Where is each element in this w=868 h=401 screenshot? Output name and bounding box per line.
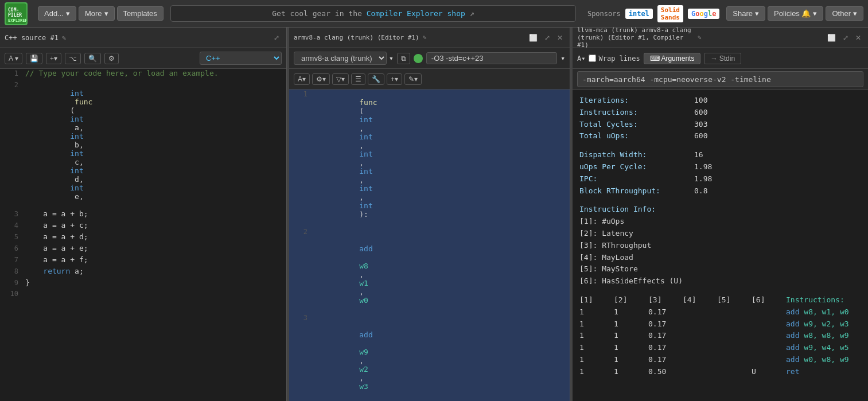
asm-font-btn[interactable]: A▾	[294, 73, 310, 85]
solidands-sponsor-logo: SolidSands	[657, 5, 683, 22]
intel-sponsor-logo: intel	[625, 9, 653, 19]
mca-pane-icons: ⬜ ⤢ ✕	[825, 33, 863, 43]
other-button[interactable]: Other ▾	[826, 6, 863, 21]
edit-title-icon[interactable]: ✎	[62, 34, 66, 42]
arguments-tab-label: Arguments	[661, 54, 694, 63]
language-select[interactable]: C++ C Rust	[200, 52, 282, 65]
editor-maximize-button[interactable]: ⤢	[271, 33, 282, 43]
promo-link[interactable]: Compiler Explorer shop	[367, 9, 465, 18]
editor-toolbar: A ▾ 💾 +▾ ⌥ 🔍 ⚙ C++ C Rust	[0, 48, 286, 69]
editor-format-btn[interactable]: ⌥	[65, 53, 81, 64]
asm-toolbar: A▾ ⚙▾ ▽▾ ☰ 🔧 +▾ ✎▾	[289, 69, 570, 89]
asm-add-btn[interactable]: +▾	[387, 73, 402, 85]
stat-dispatch-width: Dispatch Width: 16	[579, 149, 861, 161]
asm-line-1: 1 func ( int , int , int , int , int , i…	[289, 89, 570, 227]
logo-icon: COM- PILER EXPLORER	[5, 2, 28, 25]
more-button[interactable]: More ▾	[79, 6, 115, 21]
editor-search-btn[interactable]: 🔍	[84, 53, 101, 64]
share-button[interactable]: Share ▾	[726, 6, 765, 21]
policies-chevron-icon: ▾	[813, 9, 817, 18]
compiler-pane-icons: ⬜ ⤢ ✕	[527, 33, 565, 43]
policies-button-label: Policies 🔔	[774, 9, 811, 18]
templates-button[interactable]: Templates	[117, 6, 164, 21]
stat-uops-per-cycle: uOps Per Cycle: 1.98	[579, 161, 861, 173]
compiler-select[interactable]: armv8-a clang (trunk)	[294, 52, 387, 65]
editor-font-btn[interactable]: A ▾	[5, 53, 22, 64]
compiler-new-window-btn[interactable]: ⬜	[527, 33, 540, 43]
stat-total-cycles: Total Cycles: 303	[579, 119, 861, 131]
mca-font-label: A▾	[577, 54, 585, 63]
options-chevron-icon: ▾	[560, 54, 565, 63]
table-row-4: 1 1 0.17 add w9, w4, w5	[579, 342, 861, 354]
external-link-icon: ⧉	[401, 54, 406, 63]
logo-area: COM- PILER EXPLORER	[5, 2, 31, 25]
svg-text:EXPLORER: EXPLORER	[8, 18, 26, 23]
compiler-options-input[interactable]	[426, 52, 557, 64]
wrap-lines-wrap: Wrap lines	[589, 54, 640, 63]
asm-filter-btn[interactable]: ▽▾	[332, 73, 349, 85]
stat-spacer-2	[579, 197, 861, 204]
add-icon: +▾	[50, 54, 57, 63]
code-line-7: 7 a = a + f;	[0, 255, 286, 267]
mca-args-wrap	[573, 69, 868, 90]
asm-line-2: 2 add w8 , w1 , w0	[289, 227, 570, 313]
compiler-close-btn[interactable]: ✕	[555, 33, 565, 43]
edit-mca-icon[interactable]: ✎	[698, 34, 702, 41]
promo-arrow-icon: ↗	[470, 9, 474, 18]
compiler-toolbar: armv8-a clang (trunk) ▾ ⧉ ▾	[289, 48, 570, 69]
asm-tools-btn[interactable]: 🔧	[368, 73, 384, 85]
compiler-external-link-btn[interactable]: ⧉	[397, 53, 410, 64]
mca-close-btn[interactable]: ✕	[853, 33, 863, 43]
compiler-dropdown-icon: ▾	[389, 54, 394, 63]
save-icon: 💾	[30, 54, 38, 63]
info-label-3: [3]: RThroughput	[579, 240, 861, 252]
stat-ipc: IPC: 1.98	[579, 173, 861, 185]
mca-maximize-btn[interactable]: ⤢	[840, 33, 851, 43]
editor-pane-icons: ⤢	[271, 33, 282, 43]
arguments-tab[interactable]: ⌨ Arguments	[644, 53, 701, 64]
stat-iterations: Iterations: 100	[579, 95, 861, 107]
svg-text:PILER: PILER	[8, 13, 22, 18]
more-chevron-icon: ▾	[104, 9, 108, 18]
share-button-label: Share	[733, 9, 753, 18]
editor-settings-btn[interactable]: ⚙	[104, 53, 119, 64]
promo-banner: Get cool gear in the Compiler Explorer s…	[170, 5, 576, 22]
editor-add-btn[interactable]: +▾	[46, 53, 61, 64]
code-line-3: 3 a = a + b;	[0, 209, 286, 221]
mca-args-input[interactable]	[577, 71, 863, 87]
compiler-pane: armv8-a clang (trunk) (Editor #1) ✎ ⬜ ⤢ …	[289, 28, 570, 401]
compiler-maximize-btn[interactable]: ⤢	[542, 33, 552, 43]
table-header-row: [1] [2] [3] [4] [5] [6] Instructions:	[579, 294, 861, 306]
edit-compiler-icon[interactable]: ✎	[423, 34, 427, 41]
more-button-label: More	[85, 9, 102, 18]
info-label-5: [5]: MayStore	[579, 263, 861, 275]
instruction-info-header: Instruction Info:	[579, 204, 861, 216]
args-icon: ⌨	[650, 54, 661, 63]
other-chevron-icon: ▾	[853, 9, 857, 18]
stat-spacer-3	[579, 287, 861, 294]
asm-more-btn[interactable]: ✎▾	[404, 73, 422, 85]
add-button[interactable]: Add... ▾	[38, 6, 76, 21]
compiler-pane-title: armv8-a clang (trunk) (Editor #1)	[294, 34, 419, 41]
asm-settings-btn[interactable]: ⚙▾	[312, 73, 330, 85]
stdin-tab[interactable]: → Stdin	[704, 53, 741, 64]
asm-view-btn[interactable]: ☰	[351, 73, 365, 85]
asm-output-area[interactable]: 1 func ( int , int , int , int , int , i…	[289, 89, 570, 401]
compiler-select-wrap: armv8-a clang (trunk) ▾	[294, 52, 394, 65]
font-chevron-icon: ▾	[15, 54, 18, 63]
compiler-status-ok	[414, 54, 423, 63]
code-line-2: 2 int func ( int a, int b, int c, int d,…	[0, 80, 286, 209]
editor-pane-title: C++ source #1	[5, 34, 59, 42]
mca-pane: llvm-mca (trunk) armv8-a clang (trunk) (…	[573, 28, 868, 401]
stdin-tab-label: Stdin	[719, 54, 735, 63]
editor-save-btn[interactable]: 💾	[26, 53, 42, 64]
stat-instructions: Instructions: 600	[579, 107, 861, 119]
code-line-1: 1 // Type your code here, or load an exa…	[0, 69, 286, 80]
editor-code-area[interactable]: 1 // Type your code here, or load an exa…	[0, 69, 286, 401]
policies-button[interactable]: Policies 🔔 ▾	[768, 6, 823, 21]
stat-spacer-1	[579, 142, 861, 149]
mca-new-window-btn[interactable]: ⬜	[825, 33, 838, 43]
wrap-lines-checkbox[interactable]	[589, 54, 596, 62]
mca-content: Iterations: 100 Instructions: 600 Total …	[573, 90, 868, 401]
editor-pane: C++ source #1 ✎ ⤢ A ▾ 💾 +▾ ⌥ 🔍	[0, 28, 287, 401]
